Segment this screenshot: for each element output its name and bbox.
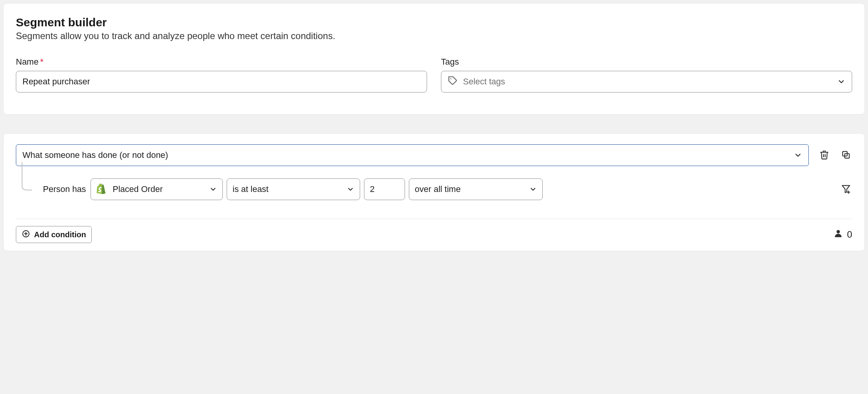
person-icon: [833, 228, 843, 241]
trash-icon: [819, 150, 829, 161]
name-input[interactable]: [16, 71, 427, 93]
condition-type-label: What someone has done (or not done): [22, 150, 168, 160]
operator-select[interactable]: is at least: [227, 178, 360, 200]
chevron-down-icon: [529, 185, 537, 193]
page-title: Segment builder: [16, 16, 852, 29]
filter-plus-icon: [841, 184, 851, 195]
member-count-value: 0: [847, 229, 852, 240]
chevron-down-icon: [209, 185, 217, 193]
condition-card: What someone has done (or not done): [3, 133, 865, 251]
segment-builder-header-card: Segment builder Segments allow you to tr…: [3, 3, 865, 115]
operator-label: is at least: [232, 184, 268, 194]
count-input[interactable]: [364, 178, 405, 200]
copy-icon: [841, 150, 851, 161]
event-label: Placed Order: [113, 184, 163, 194]
tags-field-group: Tags Select tags: [441, 57, 852, 93]
tags-select[interactable]: Select tags: [441, 71, 852, 93]
shopify-icon: [96, 183, 107, 195]
delete-condition-button[interactable]: [818, 149, 830, 161]
name-field-group: Name*: [16, 57, 427, 93]
page-subtitle: Segments allow you to track and analyze …: [16, 31, 852, 41]
plus-circle-icon: [22, 230, 30, 240]
timeframe-label: over all time: [415, 184, 461, 194]
chevron-down-icon: [794, 151, 802, 159]
svg-point-9: [836, 230, 840, 233]
duplicate-condition-button[interactable]: [840, 149, 852, 161]
chevron-down-icon: [347, 185, 354, 193]
tag-icon: [448, 75, 458, 88]
divider: [16, 219, 852, 219]
required-asterisk: *: [40, 57, 44, 67]
condition-prefix: Person has: [43, 184, 86, 194]
tags-placeholder: Select tags: [463, 77, 505, 87]
add-filter-button[interactable]: [840, 183, 852, 195]
connector-line: [16, 162, 39, 189]
add-condition-label: Add condition: [34, 230, 86, 239]
event-select[interactable]: Placed Order: [91, 178, 223, 200]
add-condition-button[interactable]: Add condition: [16, 226, 92, 243]
tags-label: Tags: [441, 57, 852, 67]
member-count: 0: [833, 228, 852, 241]
name-label: Name*: [16, 57, 427, 67]
svg-point-0: [450, 78, 451, 79]
chevron-down-icon: [837, 77, 846, 86]
condition-type-select[interactable]: What someone has done (or not done): [16, 144, 809, 166]
timeframe-select[interactable]: over all time: [409, 178, 543, 200]
